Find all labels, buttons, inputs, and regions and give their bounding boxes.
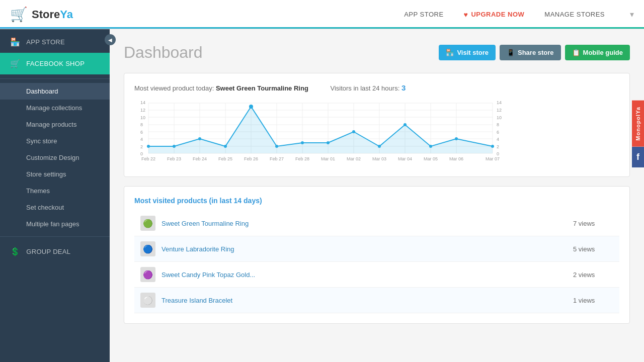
table-row: 🔵 Venture Labradorite Ring 5 views xyxy=(134,236,619,262)
svg-text:12: 12 xyxy=(140,108,145,113)
sidebar-item-manage-collections[interactable]: Manage collections xyxy=(0,100,110,116)
product-thumb-3: 🟣 xyxy=(140,267,155,282)
fb-widget: MonopolYa f xyxy=(632,101,644,167)
svg-text:10: 10 xyxy=(497,115,502,120)
svg-text:8: 8 xyxy=(140,122,143,127)
svg-point-39 xyxy=(147,145,150,148)
nav-manage-stores[interactable]: MANAGE STORES xyxy=(544,11,605,18)
svg-text:Mar 04: Mar 04 xyxy=(398,156,412,161)
svg-text:4: 4 xyxy=(140,137,143,142)
svg-text:0: 0 xyxy=(497,151,499,156)
logo-text: StoreYa xyxy=(32,8,73,21)
product-name-4[interactable]: Treasure Island Bracelet xyxy=(162,297,573,304)
svg-point-41 xyxy=(198,137,201,140)
sidebar-item-dashboard[interactable]: Dashboard xyxy=(0,83,110,100)
svg-text:8: 8 xyxy=(497,122,499,127)
sidebar-item-manage-products[interactable]: Manage products xyxy=(0,116,110,133)
share-store-icon: 📱 xyxy=(507,49,515,56)
sidebar-item-sync-store[interactable]: Sync store xyxy=(0,133,110,149)
svg-point-46 xyxy=(327,141,330,144)
svg-text:14: 14 xyxy=(497,100,502,105)
svg-text:Mar 01: Mar 01 xyxy=(321,156,335,161)
facebook-button[interactable]: f xyxy=(632,147,644,167)
svg-text:4: 4 xyxy=(497,137,499,142)
table-row: ⚪ Treasure Island Bracelet 1 views xyxy=(134,288,619,313)
app-store-icon: 🏪 xyxy=(10,37,20,47)
sidebar-divider-1 xyxy=(0,78,110,79)
chart-card: Most viewed product today: Sweet Green T… xyxy=(124,73,630,177)
header-nav: APP STORE ♥ UPGRADE NOW MANAGE STORES ▾ xyxy=(404,10,634,19)
share-store-button[interactable]: 📱 Share store xyxy=(500,45,561,60)
svg-point-42 xyxy=(224,145,227,148)
sidebar-item-group-deal-label: GROUP DEAL xyxy=(26,248,70,255)
mobile-guide-button[interactable]: 📋 Mobile guide xyxy=(565,45,630,60)
product-views-1: 7 views xyxy=(573,220,613,227)
header: 🛒 StoreYa APP STORE ♥ UPGRADE NOW MANAGE… xyxy=(0,0,644,29)
main-content: Dashboard 🏪 Visit store 📱 Share store 📋 … xyxy=(110,29,644,362)
visit-store-button[interactable]: 🏪 Visit store xyxy=(439,45,496,60)
sidebar-toggle[interactable]: ◀ xyxy=(105,34,116,45)
svg-text:Mar 02: Mar 02 xyxy=(347,156,361,161)
sidebar-item-multiple-fan-pages[interactable]: Multiple fan pages xyxy=(0,216,110,232)
svg-text:Feb 27: Feb 27 xyxy=(270,156,284,161)
svg-text:6: 6 xyxy=(497,130,499,135)
svg-point-44 xyxy=(275,145,278,148)
product-thumb-4: ⚪ xyxy=(140,293,155,308)
nav-upgrade-now[interactable]: ♥ UPGRADE NOW xyxy=(464,11,525,19)
mobile-guide-icon: 📋 xyxy=(572,49,580,56)
product-views-4: 1 views xyxy=(573,297,613,304)
chart-header: Most viewed product today: Sweet Green T… xyxy=(134,83,619,92)
monopolya-button[interactable]: MonopolYa xyxy=(632,101,644,147)
table-row: 🟣 Sweet Candy Pink Topaz Gold... 2 views xyxy=(134,262,619,288)
sidebar-section-bottom: 💲 GROUP DEAL xyxy=(0,239,110,264)
svg-point-45 xyxy=(301,141,304,144)
product-thumb-1: 🟢 xyxy=(140,216,155,231)
svg-text:Feb 22: Feb 22 xyxy=(141,156,155,161)
heart-icon: ♥ xyxy=(464,11,468,19)
product-name-3[interactable]: Sweet Candy Pink Topaz Gold... xyxy=(162,271,573,279)
sidebar-item-set-checkout[interactable]: Set checkout xyxy=(0,199,110,216)
svg-text:6: 6 xyxy=(140,130,143,135)
svg-text:Mar 07: Mar 07 xyxy=(486,156,500,161)
svg-text:Mar 03: Mar 03 xyxy=(372,156,386,161)
product-name-2[interactable]: Venture Labradorite Ring xyxy=(162,245,573,253)
svg-text:Feb 26: Feb 26 xyxy=(244,156,258,161)
chart-container: 14 12 10 8 6 4 2 0 14 12 10 8 6 4 2 0 xyxy=(134,99,619,166)
svg-text:2: 2 xyxy=(497,144,499,149)
svg-point-48 xyxy=(378,145,381,148)
table-row: 🟢 Sweet Green Tourmaline Ring 7 views xyxy=(134,211,619,236)
sidebar-section-main: 🏪 APP STORE 🛒 FACEBOOK SHOP xyxy=(0,29,110,76)
svg-point-43 xyxy=(249,105,253,109)
svg-text:Feb 23: Feb 23 xyxy=(167,156,181,161)
sidebar-item-customize-design[interactable]: Customize Design xyxy=(0,149,110,166)
logo[interactable]: 🛒 StoreYa xyxy=(10,6,73,23)
layout: ◀ 🏪 APP STORE 🛒 FACEBOOK SHOP Dashboard … xyxy=(0,29,644,362)
svg-text:Feb 28: Feb 28 xyxy=(295,156,309,161)
page-title: Dashboard xyxy=(124,43,203,62)
product-views-3: 2 views xyxy=(573,271,613,279)
sidebar-item-facebook-shop[interactable]: 🛒 FACEBOOK SHOP xyxy=(0,53,110,74)
products-section-title: Most visited products (in last 14 days) xyxy=(134,197,619,205)
facebook-shop-icon: 🛒 xyxy=(10,59,20,68)
logo-cart-icon: 🛒 xyxy=(10,6,28,23)
sidebar-item-themes[interactable]: Themes xyxy=(0,183,110,199)
most-viewed-label: Most viewed product today: xyxy=(134,84,214,92)
sidebar-item-store-settings[interactable]: Store settings xyxy=(0,166,110,183)
sidebar: ◀ 🏪 APP STORE 🛒 FACEBOOK SHOP Dashboard … xyxy=(0,29,110,362)
svg-text:2: 2 xyxy=(140,144,143,149)
svg-text:0: 0 xyxy=(140,151,143,156)
sidebar-divider-2 xyxy=(0,236,110,237)
page-header: Dashboard 🏪 Visit store 📱 Share store 📋 … xyxy=(124,43,630,62)
svg-text:12: 12 xyxy=(497,108,502,113)
visit-store-icon: 🏪 xyxy=(446,49,454,56)
sidebar-item-group-deal[interactable]: 💲 GROUP DEAL xyxy=(0,241,110,262)
line-chart: 14 12 10 8 6 4 2 0 14 12 10 8 6 4 2 0 xyxy=(134,99,507,164)
dropdown-icon[interactable]: ▾ xyxy=(630,10,634,19)
sidebar-item-app-store[interactable]: 🏪 APP STORE xyxy=(0,31,110,53)
product-name-1[interactable]: Sweet Green Tourmaline Ring xyxy=(162,220,573,227)
product-thumb-2: 🔵 xyxy=(140,241,155,256)
nav-app-store[interactable]: APP STORE xyxy=(404,11,443,18)
svg-point-51 xyxy=(455,137,458,140)
sidebar-item-app-store-label: APP STORE xyxy=(26,38,65,46)
product-views-2: 5 views xyxy=(573,245,613,253)
